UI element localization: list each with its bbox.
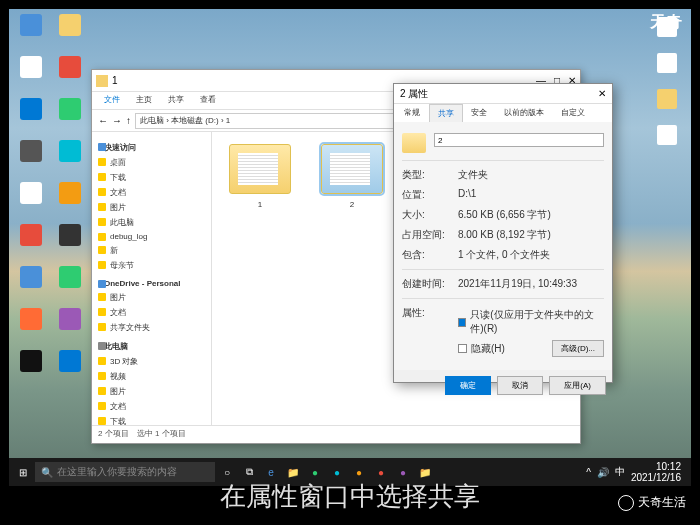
desktop-icon[interactable] (652, 125, 682, 159)
desktop-icon[interactable] (14, 98, 48, 136)
name-input[interactable] (434, 133, 604, 147)
folder-label: 2 (316, 200, 388, 209)
desktop-icon[interactable] (53, 224, 87, 262)
window-title: 1 (112, 75, 118, 86)
properties-tabs: 常规 共享 安全 以前的版本 自定义 (394, 104, 612, 122)
sidebar-quick-access[interactable]: 快速访问 (96, 140, 207, 155)
desktop-icon[interactable] (14, 224, 48, 262)
folder-icon (402, 133, 426, 153)
desktop-icon[interactable] (53, 14, 87, 52)
desktop-icons-left (9, 9, 94, 486)
desktop-icon[interactable] (53, 98, 87, 136)
created-value: 2021年11月19日, 10:49:33 (458, 277, 577, 291)
dialog-title: 2 属性 (400, 87, 428, 101)
tab-file[interactable]: 文件 (96, 92, 128, 109)
tray-icon[interactable]: 中 (615, 465, 625, 479)
sidebar-item[interactable]: 图片 (96, 384, 207, 399)
size-label: 大小: (402, 208, 450, 222)
desktop-icon[interactable] (53, 56, 87, 94)
search-placeholder: 在这里输入你要搜索的内容 (57, 465, 177, 479)
location-value: D:\1 (458, 188, 476, 202)
tray-icon[interactable]: ^ (586, 467, 591, 478)
desktop-icon[interactable] (53, 182, 87, 220)
explorer-sidebar: 快速访问 桌面 下载 文档 图片 此电脑 debug_log 新 母亲节 One… (92, 132, 212, 425)
properties-body: 类型:文件夹 位置:D:\1 大小:6.50 KB (6,656 字节) 占用空… (394, 122, 612, 370)
desktop-icon[interactable] (14, 308, 48, 346)
hidden-checkbox[interactable] (458, 344, 467, 353)
sidebar-item[interactable]: 下载 (96, 170, 207, 185)
watermark-top: 天奇 (650, 12, 682, 33)
sidebar-item[interactable]: 此电脑 (96, 215, 207, 230)
sidebar-this-pc[interactable]: 此电脑 (96, 339, 207, 354)
tab-general[interactable]: 常规 (396, 104, 429, 122)
nav-back-button[interactable]: ← (98, 115, 108, 126)
sidebar-item[interactable]: 视频 (96, 369, 207, 384)
readonly-checkbox[interactable] (458, 318, 466, 327)
tab-sharing[interactable]: 共享 (429, 104, 463, 122)
clock-time: 10:12 (631, 461, 681, 472)
sidebar-item[interactable]: 文档 (96, 185, 207, 200)
folder-icon (321, 144, 383, 194)
nav-forward-button[interactable]: → (112, 115, 122, 126)
desktop-icon[interactable] (53, 140, 87, 178)
folder-item-selected[interactable]: 2 (316, 144, 388, 209)
sidebar-item[interactable]: 共享文件夹 (96, 320, 207, 335)
properties-titlebar[interactable]: 2 属性 ✕ (394, 84, 612, 104)
type-value: 文件夹 (458, 168, 488, 182)
sidebar-item[interactable]: 3D 对象 (96, 354, 207, 369)
advanced-button[interactable]: 高级(D)... (552, 340, 604, 357)
disk-label: 占用空间: (402, 228, 450, 242)
desktop-icon[interactable] (14, 350, 48, 388)
disk-value: 8.00 KB (8,192 字节) (458, 228, 551, 242)
size-value: 6.50 KB (6,656 字节) (458, 208, 551, 222)
sidebar-item[interactable]: 母亲节 (96, 258, 207, 273)
close-button[interactable]: ✕ (598, 88, 606, 99)
type-label: 类型: (402, 168, 450, 182)
location-label: 位置: (402, 188, 450, 202)
desktop-icon[interactable] (14, 140, 48, 178)
tab-custom[interactable]: 自定义 (553, 104, 594, 122)
desktop-icon[interactable] (652, 89, 682, 123)
folder-item[interactable]: 1 (224, 144, 296, 209)
desktop-icon[interactable] (53, 308, 87, 346)
apply-button[interactable]: 应用(A) (549, 376, 606, 395)
watermark-bottom: 天奇生活 (618, 494, 686, 511)
desktop-icon[interactable] (14, 182, 48, 220)
sidebar-item[interactable]: 图片 (96, 200, 207, 215)
ok-button[interactable]: 确定 (445, 376, 491, 395)
sidebar-onedrive[interactable]: OneDrive - Personal (96, 277, 207, 290)
sidebar-item[interactable]: 文档 (96, 305, 207, 320)
folder-label: 1 (224, 200, 296, 209)
sidebar-item[interactable]: 下载 (96, 414, 207, 425)
created-label: 创建时间: (402, 277, 450, 291)
desktop-icon[interactable] (14, 56, 48, 94)
tab-view[interactable]: 查看 (192, 92, 224, 109)
cancel-button[interactable]: 取消 (497, 376, 543, 395)
desktop-icon[interactable] (14, 266, 48, 304)
tab-security[interactable]: 安全 (463, 104, 496, 122)
contains-label: 包含: (402, 248, 450, 262)
sidebar-item[interactable]: 文档 (96, 399, 207, 414)
tab-previous[interactable]: 以前的版本 (496, 104, 553, 122)
tab-home[interactable]: 主页 (128, 92, 160, 109)
desktop-icon[interactable] (53, 350, 87, 388)
search-icon: 🔍 (41, 467, 53, 478)
properties-buttons: 确定 取消 应用(A) (394, 370, 612, 401)
folder-icon (96, 75, 108, 87)
tray-icon[interactable]: 🔊 (597, 467, 609, 478)
nav-up-button[interactable]: ↑ (126, 115, 131, 126)
tab-share[interactable]: 共享 (160, 92, 192, 109)
properties-dialog: 2 属性 ✕ 常规 共享 安全 以前的版本 自定义 类型:文件夹 位置:D:\1… (393, 83, 613, 383)
desktop-icon[interactable] (53, 266, 87, 304)
explorer-statusbar: 2 个项目 选中 1 个项目 (92, 425, 580, 443)
sidebar-item[interactable]: 新 (96, 243, 207, 258)
sidebar-item[interactable]: debug_log (96, 230, 207, 243)
desktop-icon[interactable] (14, 14, 48, 52)
desktop-icon[interactable] (652, 53, 682, 87)
subtitle-caption: 在属性窗口中选择共享 (0, 479, 700, 514)
folder-icon (229, 144, 291, 194)
readonly-label: 只读(仅应用于文件夹中的文件)(R) (470, 308, 604, 336)
sidebar-item[interactable]: 桌面 (96, 155, 207, 170)
sidebar-item[interactable]: 图片 (96, 290, 207, 305)
hidden-label: 隐藏(H) (471, 342, 505, 356)
